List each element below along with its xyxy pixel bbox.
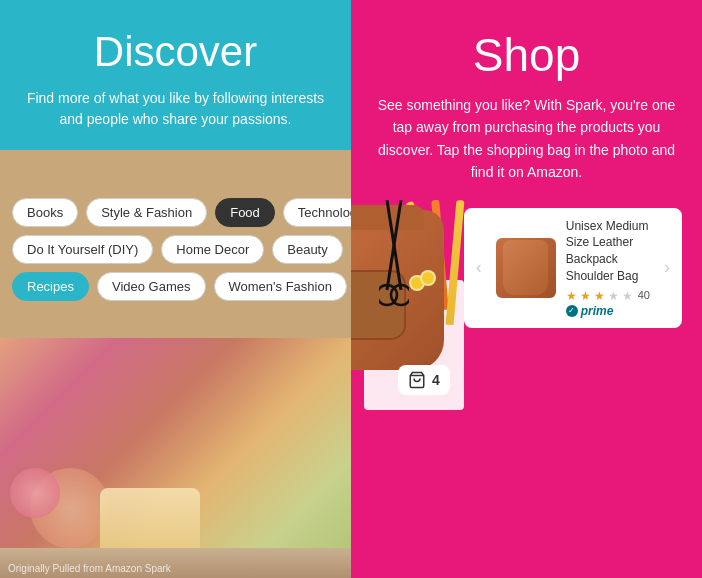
tag-food[interactable]: Food bbox=[215, 198, 275, 227]
tag-style-fashion[interactable]: Style & Fashion bbox=[86, 198, 207, 227]
left-panel: Discover Find more of what you like by f… bbox=[0, 0, 351, 578]
backpack-scene: 4 bbox=[371, 200, 464, 400]
discover-description: Find more of what you like by following … bbox=[24, 88, 327, 130]
tags-row-2: Do It Yourself (DIY) Home Decor Beauty bbox=[12, 235, 339, 264]
shopping-bag-icon bbox=[408, 371, 426, 389]
star-2: ★ bbox=[580, 289, 592, 301]
tags-row-3: Recipes Video Games Women's Fashion bbox=[12, 272, 339, 301]
shop-description: See something you like? With Spark, you'… bbox=[371, 94, 682, 184]
tag-beauty[interactable]: Beauty bbox=[272, 235, 342, 264]
shop-title: Shop bbox=[371, 28, 682, 82]
product-info: Unisex Medium Size Leather Backpack Shou… bbox=[566, 218, 650, 318]
tags-row-1: Books Style & Fashion Food Technology bbox=[12, 198, 339, 227]
star-5: ★ bbox=[622, 289, 634, 301]
tag-diy[interactable]: Do It Yourself (DIY) bbox=[12, 235, 153, 264]
discover-title: Discover bbox=[24, 28, 327, 76]
right-panel: Shop See something you like? With Spark,… bbox=[351, 0, 702, 578]
attribution-text: Originally Pulled from Amazon Spark bbox=[8, 563, 171, 574]
tags-container: Books Style & Fashion Food Technology Do… bbox=[0, 188, 351, 311]
star-rating: ★ ★ ★ ★ ★ 40 bbox=[566, 289, 650, 301]
product-image bbox=[496, 238, 556, 298]
tag-home-decor[interactable]: Home Decor bbox=[161, 235, 264, 264]
shop-image-area: 4 ‹ Unisex Medium Size Leather Backpack … bbox=[371, 200, 682, 558]
review-count: 40 bbox=[638, 289, 650, 301]
scissors-decoration bbox=[379, 200, 409, 310]
prime-check-icon: ✓ bbox=[566, 305, 578, 317]
product-image-inner bbox=[503, 240, 548, 295]
shopping-bag-badge[interactable]: 4 bbox=[398, 365, 450, 395]
highlight-dot-3 bbox=[420, 270, 436, 286]
tag-video-games[interactable]: Video Games bbox=[97, 272, 206, 301]
prime-label: prime bbox=[581, 304, 614, 318]
next-arrow[interactable]: › bbox=[660, 257, 674, 278]
product-card[interactable]: ‹ Unisex Medium Size Leather Backpack Sh… bbox=[464, 208, 682, 328]
prev-arrow[interactable]: ‹ bbox=[472, 257, 486, 278]
product-title: Unisex Medium Size Leather Backpack Shou… bbox=[566, 218, 650, 285]
tag-technology[interactable]: Technology bbox=[283, 198, 351, 227]
prime-badge: ✓ prime bbox=[566, 304, 650, 318]
star-4: ★ bbox=[608, 289, 620, 301]
tag-womens-fashion[interactable]: Women's Fashion bbox=[214, 272, 347, 301]
star-3: ★ bbox=[594, 289, 606, 301]
discover-header: Discover Find more of what you like by f… bbox=[0, 0, 351, 150]
bag-count: 4 bbox=[432, 372, 440, 388]
star-1: ★ bbox=[566, 289, 578, 301]
tag-recipes[interactable]: Recipes bbox=[12, 272, 89, 301]
check-mark: ✓ bbox=[568, 306, 575, 315]
tag-books[interactable]: Books bbox=[12, 198, 78, 227]
